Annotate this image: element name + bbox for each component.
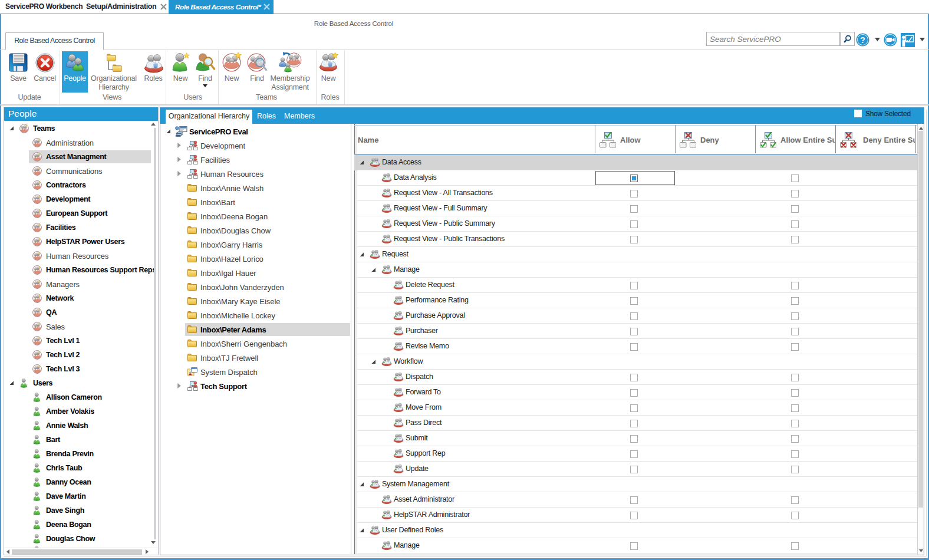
svg-text:?: ? [860,35,865,45]
